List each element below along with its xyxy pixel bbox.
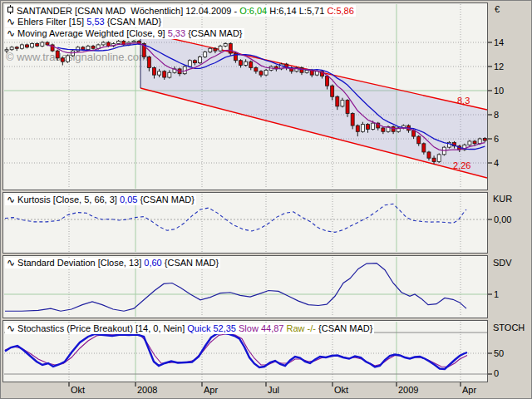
price-series-legend[interactable]: SANTANDER [CSAN MAD Wöchentlich] 12.04.2… (5, 5, 356, 17)
open-value: O:6,04 (239, 6, 269, 17)
stochastics-slow-value: Slow 44,87 (239, 323, 286, 334)
wave-icon: ∿ (7, 17, 15, 27)
stochastics-quick-value: Quick 52,35 (187, 323, 239, 334)
channel-upper-label: 8,3 (457, 96, 470, 106)
stochastics-scope: {CSAN MAD} (318, 323, 372, 334)
currency-axis-label: € (495, 4, 500, 14)
maw-scope: {CSAN MAD} (188, 28, 242, 39)
time-axis-year-label: 2008 (137, 385, 157, 395)
price-tick-label: 8 (494, 110, 499, 120)
ehlers-value: 5,53 (86, 17, 106, 27)
stddev-label: Standard Deviation [Close, 13] (17, 258, 144, 268)
maw-label: Moving Average Weighted [Close, 9] (17, 28, 168, 39)
chart-window: © www.tradesignalonline.com SANTANDER [C… (0, 0, 532, 399)
stddev-legend[interactable]: ∿ Standard Deviation [Close, 13] 0,60 {C… (5, 258, 220, 268)
stochastics-50-tick: 50 (494, 348, 504, 358)
time-axis-month-label: Apr (462, 385, 476, 395)
price-tick-label: 12 (494, 62, 504, 71)
price-tick-label: 10 (494, 86, 504, 96)
symbol-period-date: [CSAN MAD Wöchentlich] 12.04.2009 - (75, 6, 239, 17)
kurtosis-label: Kurtosis [Close, 5, 66, 3] (17, 195, 120, 205)
stddev-one-tick: 1 (494, 289, 499, 299)
stochastics-legend[interactable]: ∿ Stochastics (Price Breakout) [14, 0, N… (5, 323, 374, 334)
price-tick-label: 6 (494, 134, 499, 144)
stochastics-raw-value: Raw -/- (287, 323, 319, 334)
kurtosis-value: 0,05 (120, 195, 140, 205)
kurtosis-legend[interactable]: ∿ Kurtosis [Close, 5, 66, 3] 0,05 {CSAN … (5, 195, 196, 205)
stochastics-axis-label: STOCH (493, 323, 525, 332)
stddev-value: 0,60 (144, 258, 164, 268)
stochastics-label: Stochastics (Price Breakout) [14, 0, Nei… (17, 323, 187, 334)
time-axis-month-label: Okt (334, 385, 348, 395)
price-tick-label: 14 (494, 37, 504, 47)
maw-value: 5,33 (168, 28, 188, 39)
kurtosis-scope: {CSAN MAD} (140, 195, 194, 205)
channel-lower-label: 2,26 (453, 160, 470, 170)
wave-icon: ∿ (7, 258, 15, 268)
time-axis-month-label: Jul (268, 385, 279, 395)
watermark: © www.tradesignalonline.com (6, 51, 148, 63)
time-axis-month-label: Okt (71, 385, 85, 395)
ehlers-scope: {CSAN MAD} (107, 17, 161, 27)
ehlers-label: Ehlers Filter [15] (17, 17, 86, 27)
wave-icon: ∿ (7, 195, 15, 205)
kurtosis-axis-label: KUR (493, 194, 512, 204)
high-value: H:6,14 (269, 6, 298, 17)
stochastics-0-tick: 0 (494, 368, 499, 378)
price-tick-label: 4 (494, 158, 499, 168)
stddev-axis-label: SDV (493, 258, 512, 268)
time-axis-month-label: Apr (204, 385, 218, 395)
close-value: C:5,86 (327, 6, 353, 17)
time-axis-year-label: 2009 (398, 385, 418, 395)
kurtosis-zero-tick: 0,00 (494, 214, 511, 224)
candlestick-icon (7, 5, 14, 17)
moving-average-legend[interactable]: ∿ Moving Average Weighted [Close, 9] 5,3… (5, 28, 244, 39)
ehlers-filter-legend[interactable]: ∿ Ehlers Filter [15] 5,53 {CSAN MAD} (5, 17, 163, 27)
wave-icon: ∿ (7, 323, 15, 334)
low-value: L:5,71 (299, 6, 328, 17)
wave-icon: ∿ (7, 28, 15, 39)
stddev-scope: {CSAN MAD} (165, 258, 219, 268)
symbol-name: SANTANDER (17, 6, 75, 17)
